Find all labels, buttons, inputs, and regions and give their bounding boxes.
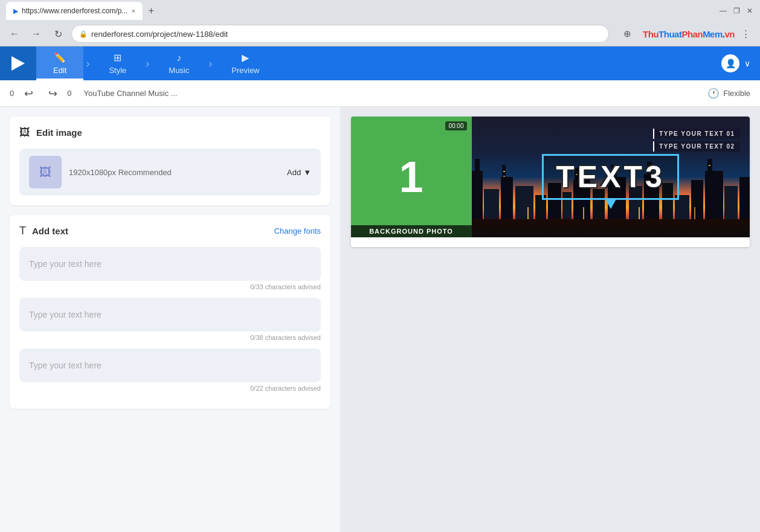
user-avatar[interactable]: 👤 — [721, 54, 739, 72]
browser-tab-active[interactable]: ▶ https://www.renderforest.com/p... × — [6, 2, 143, 20]
dropdown-arrow-icon: ▼ — [303, 168, 311, 177]
image-placeholder-icon: 🖼 — [29, 156, 62, 188]
header-right: 👤 ∨ — [721, 54, 760, 72]
edit-image-header: 🖼 Edit image — [19, 126, 321, 139]
scene-time: 00:00 — [445, 121, 466, 130]
flexible-label: Flexible — [723, 89, 750, 98]
text-input-group-2: 0/38 characters advised — [19, 298, 321, 341]
text-input-group-1: 0/33 characters advised — [19, 247, 321, 290]
add-text-header: T Add text Change fonts — [19, 225, 321, 237]
svg-rect-24 — [503, 171, 505, 172]
redo-count: 0 — [67, 89, 71, 98]
image-icon: 🖼 — [19, 126, 30, 139]
preview-container: 1 00:00 BACKGROUND PHOTO — [351, 117, 750, 247]
music-note-icon: ♪ — [176, 53, 181, 63]
text3-container: TEXT3 — [542, 154, 679, 200]
add-text-section: T Add text Change fonts 0/33 characters … — [10, 215, 330, 409]
text-input-1[interactable] — [19, 247, 321, 281]
maximize-button[interactable]: ❐ — [732, 7, 741, 15]
scene-label: BACKGROUND PHOTO — [351, 225, 472, 237]
new-tab-button[interactable]: + — [145, 4, 158, 18]
toolbar: 0 ↩ ↪ 0 YouTube Channel Music ... 🕐 Flex… — [0, 80, 760, 107]
nav-music[interactable]: ♪ Music — [152, 46, 206, 80]
add-image-button[interactable]: Add ▼ — [287, 168, 311, 177]
edit-pencil-icon: ✏️ — [54, 52, 66, 63]
overlay-text1: TYPE YOUR TEXT 01 — [653, 129, 739, 139]
change-fonts-button[interactable]: Change fonts — [274, 226, 321, 236]
address-box[interactable]: 🔒 renderforest.com/project/new-1188/edit — [71, 25, 609, 43]
city-background: TEXT3 TYPE YOUR TEXT 01 TYPE YOUR TEXT 0… — [472, 117, 750, 237]
preview-top: 1 00:00 BACKGROUND PHOTO — [351, 117, 750, 237]
scene-thumbnail[interactable]: 1 00:00 BACKGROUND PHOTO — [351, 117, 472, 237]
undo-button[interactable]: ↩ — [19, 84, 38, 103]
project-title: YouTube Channel Music ... — [76, 89, 703, 98]
edit-image-title: Edit image — [36, 127, 82, 138]
nav-separator-1: › — [83, 57, 92, 70]
right-panel: 1 00:00 BACKGROUND PHOTO — [340, 107, 760, 532]
close-button[interactable]: ✕ — [746, 7, 754, 15]
char-count-1: 0/33 characters advised — [19, 283, 321, 290]
add-text-title: Add text — [32, 226, 68, 236]
nav-edit[interactable]: ✏️ Edit — [36, 46, 83, 80]
nav-edit-label: Edit — [53, 66, 66, 75]
undo-count: 0 — [10, 89, 14, 98]
style-layers-icon: ⊞ — [114, 52, 121, 63]
more-options-icon[interactable]: ⋮ — [737, 25, 754, 42]
nav-style-label: Style — [109, 66, 126, 75]
nav-music-label: Music — [169, 66, 189, 75]
back-button[interactable]: ← — [6, 25, 23, 42]
add-text-left: T Add text — [19, 225, 68, 237]
svg-rect-25 — [503, 176, 505, 177]
speech-pointer-icon — [605, 198, 617, 209]
app-logo[interactable] — [0, 46, 36, 80]
main-content: 🖼 Edit image 🖼 1920x1080px Recommended A… — [0, 107, 760, 532]
text-icon: T — [19, 225, 26, 237]
nav-preview-label: Preview — [231, 66, 259, 75]
translate-icon[interactable]: ⊕ — [619, 25, 636, 42]
browser-extras: ⊕ ThuThuatPhanMem.vn ⋮ — [619, 25, 754, 42]
redo-button[interactable]: ↪ — [43, 84, 62, 103]
refresh-button[interactable]: ↻ — [50, 25, 66, 42]
char-count-3: 0/22 characters advised — [19, 385, 321, 392]
tab-title: https://www.renderforest.com/p... — [22, 7, 127, 15]
text-overlay-right: TYPE YOUR TEXT 01 TYPE YOUR TEXT 02 — [653, 129, 739, 152]
tab-favicon: ▶ — [13, 7, 18, 15]
tab-close-button[interactable]: × — [131, 7, 135, 14]
image-upload-area[interactable]: 🖼 1920x1080px Recommended Add ▼ — [19, 149, 321, 196]
address-bar: ← → ↻ 🔒 renderforest.com/project/new-118… — [0, 22, 760, 46]
preview-play-icon: ▶ — [242, 52, 249, 63]
text-input-group-3: 0/22 characters advised — [19, 348, 321, 392]
street-light-1 — [527, 207, 529, 219]
svg-rect-29 — [709, 165, 710, 166]
nav-style[interactable]: ⊞ Style — [92, 46, 143, 80]
text3-box: TEXT3 — [542, 154, 679, 200]
browser-titlebar: ▶ https://www.renderforest.com/p... × + … — [0, 0, 760, 22]
brand-logo: ThuThuatPhanMem.vn — [643, 29, 735, 39]
road — [472, 219, 750, 237]
toolbar-right: 🕐 Flexible — [707, 88, 750, 99]
logo-triangle-icon — [11, 56, 25, 71]
minimize-button[interactable]: — — [719, 7, 727, 15]
brand-thu: Thu — [643, 29, 659, 39]
browser-chrome: ▶ https://www.renderforest.com/p... × + … — [0, 0, 760, 46]
header-nav: ✏️ Edit › ⊞ Style › ♪ Music › ▶ Preview — [36, 46, 721, 80]
brand-thuat: Thuat — [659, 29, 681, 39]
brand-phan: Phan — [681, 29, 703, 39]
street-light-3 — [639, 207, 640, 219]
preview-main: TEXT3 TYPE YOUR TEXT 01 TYPE YOUR TEXT 0… — [472, 117, 750, 237]
scene-number: 1 — [399, 152, 423, 202]
window-controls: — ❐ ✕ — [719, 7, 754, 15]
text3-label: TEXT3 — [556, 160, 665, 194]
image-label: 1920x1080px Recommended — [69, 168, 280, 177]
left-panel: 🖼 Edit image 🖼 1920x1080px Recommended A… — [0, 107, 340, 532]
char-count-2: 0/38 characters advised — [19, 334, 321, 341]
preview-bottom — [351, 237, 750, 247]
browser-tabs: ▶ https://www.renderforest.com/p... × + — [6, 2, 158, 20]
nav-separator-2: › — [143, 57, 152, 70]
text-input-3[interactable] — [19, 348, 321, 382]
nav-preview[interactable]: ▶ Preview — [214, 46, 276, 80]
forward-button[interactable]: → — [28, 25, 45, 42]
expand-icon[interactable]: ∨ — [744, 59, 750, 68]
app-header: ✏️ Edit › ⊞ Style › ♪ Music › ▶ Preview … — [0, 46, 760, 80]
text-input-2[interactable] — [19, 298, 321, 332]
